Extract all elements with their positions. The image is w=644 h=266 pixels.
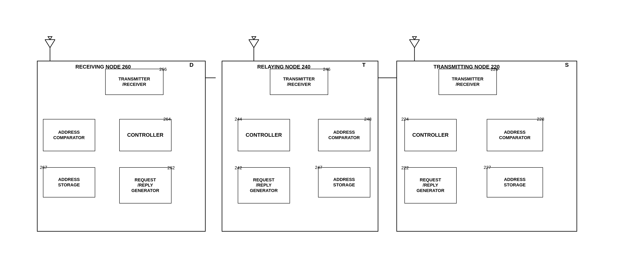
relaying-addr-comp-box: ADDRESSCOMPARATOR (318, 119, 370, 151)
svg-line-31 (410, 40, 414, 48)
svg-marker-29 (252, 37, 256, 40)
transmitting-addr-storage-id: 227 (484, 165, 491, 170)
relaying-antenna (246, 36, 262, 62)
transmitting-addr-comp-box: ADDRESSCOMPARATOR (487, 119, 543, 151)
relaying-addr-storage-box: ADDRESSSTORAGE (318, 167, 370, 197)
transmitting-controller-id: 224 (402, 117, 409, 122)
receiving-controller-id: 264 (164, 117, 171, 122)
diagram-inner: RECEIVING NODE 260 D TRANSMITTER/RECEIVE… (21, 23, 623, 244)
relaying-node-letter: T (362, 62, 366, 68)
transmitting-req-reply-box: REQUEST/REPLYGENERATOR (404, 167, 457, 203)
receiving-addr-storage-box: ADDRESSSTORAGE (43, 167, 95, 197)
relaying-addr-storage-id: 247 (315, 165, 322, 170)
receiving-req-reply-box: REQUEST/REPLYGENERATOR (119, 167, 172, 203)
receiving-req-reply-id: 262 (168, 165, 175, 170)
receiving-txrx-id: 266 (160, 67, 167, 72)
relaying-req-reply-id: 242 (235, 165, 242, 170)
svg-line-27 (254, 40, 259, 48)
relaying-req-reply-box: REQUEST/REPLYGENERATOR (238, 167, 290, 203)
transmitting-node-letter: S (565, 62, 569, 68)
receiving-txrx-box: TRANSMITTER/RECEIVER (105, 69, 164, 95)
svg-line-32 (414, 40, 420, 48)
svg-marker-24 (48, 37, 52, 40)
receiving-antenna (42, 36, 58, 62)
receiving-addr-storage-id: 267 (40, 165, 48, 170)
svg-line-26 (249, 40, 254, 48)
svg-line-21 (45, 40, 50, 48)
transmitting-controller-box: CONTROLLER (404, 119, 457, 151)
relaying-txrx-id: 246 (323, 67, 330, 72)
svg-line-22 (50, 40, 55, 48)
transmitting-txrx-id: 226 (491, 67, 498, 72)
transmitting-txrx-box: TRANSMITTER/RECEIVER (438, 69, 497, 95)
transmitting-req-reply-id: 222 (402, 165, 409, 170)
transmitting-antenna (406, 36, 422, 62)
receiving-node-letter: D (190, 62, 194, 68)
relaying-addr-comp-id: 248 (364, 117, 372, 122)
receiving-controller-box: CONTROLLER (119, 119, 172, 151)
diagram-container: RECEIVING NODE 260 D TRANSMITTER/RECEIVE… (0, 0, 644, 266)
relaying-txrx-box: TRANSMITTER/RECEIVER (270, 69, 328, 95)
relaying-controller-box: CONTROLLER (238, 119, 290, 151)
svg-marker-34 (412, 37, 416, 40)
transmitting-addr-comp-id: 228 (537, 117, 544, 122)
transmitting-addr-storage-box: ADDRESSSTORAGE (487, 167, 543, 197)
relaying-controller-id: 244 (235, 117, 242, 122)
receiving-addr-comp-box: ADDRESSCOMPARATOR (43, 119, 95, 151)
